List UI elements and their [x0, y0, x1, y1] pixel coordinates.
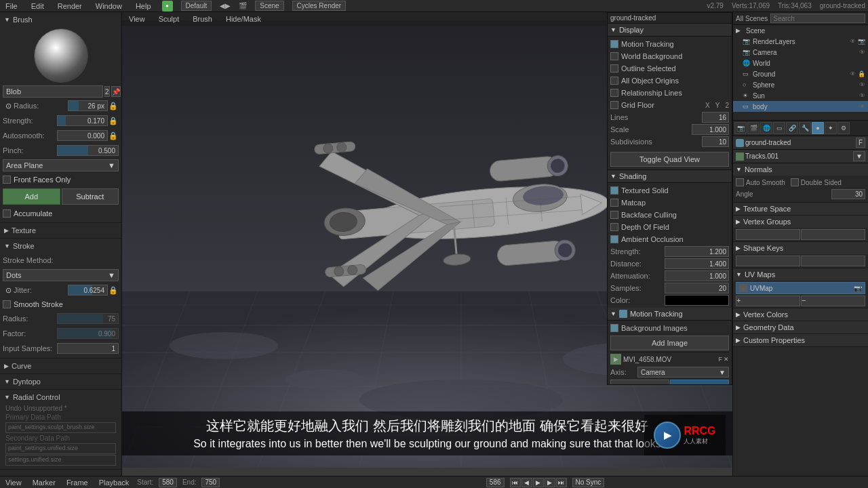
workspace-selector[interactable]: Default: [181, 1, 212, 11]
props-object-icon[interactable]: ▭: [773, 122, 785, 134]
outliner-item-world[interactable]: 🌐 World: [733, 58, 868, 68]
secondary-path-input[interactable]: paint_settings.unified.size: [5, 443, 116, 454]
tertiary-path-input[interactable]: settings.unified.size: [5, 455, 116, 466]
texture-space-header[interactable]: ▶ Texture Space: [733, 203, 868, 215]
outliner-item-renderlayers[interactable]: 📷 RenderLayers 👁 📷: [733, 36, 868, 47]
strength-lock-icon[interactable]: 🔒: [108, 115, 119, 126]
outliner-item-body[interactable]: ▭ body 👁: [733, 101, 868, 112]
dyntopo-section-header[interactable]: ▼ Dyntopo: [3, 375, 119, 388]
viewport-tab-hidemask[interactable]: Hide/Mask: [222, 15, 265, 23]
props-material-icon[interactable]: ●: [812, 122, 824, 134]
movie-close-btn[interactable]: ✕: [724, 356, 729, 363]
menu-window[interactable]: Window: [93, 2, 125, 10]
backface-checkbox[interactable]: [610, 211, 618, 219]
vertex-colors-header[interactable]: ▶ Vertex Colors: [733, 308, 868, 321]
uvmap-item[interactable]: UVMap 📷: [736, 282, 865, 294]
brush-section-header[interactable]: ▼ Brush: [3, 14, 119, 26]
stroke-dots-dropdown[interactable]: Dots ▼: [3, 269, 119, 281]
node-browse-btn[interactable]: ▼: [853, 151, 865, 161]
texture-section-header[interactable]: ▶ Texture: [3, 224, 119, 237]
all-origins-checkbox[interactable]: [610, 77, 618, 85]
double-sided-checkbox[interactable]: [791, 178, 799, 186]
bottom-tab-view[interactable]: View: [3, 479, 24, 487]
outliner-item-sun[interactable]: ☀ Sun 👁: [733, 90, 868, 101]
matcap-checkbox[interactable]: [610, 199, 618, 207]
start-value[interactable]: 580: [159, 478, 177, 487]
toggle-quad-btn[interactable]: Toggle Quad View: [610, 152, 729, 167]
brush-pin-btn[interactable]: 📌: [111, 86, 121, 97]
movie-play-btn[interactable]: F: [719, 356, 723, 363]
current-frame[interactable]: 586: [486, 478, 505, 487]
movie-clip-btn[interactable]: Movie Clip: [670, 380, 729, 385]
outline-selected-checkbox[interactable]: [610, 64, 618, 73]
props-modifier-icon[interactable]: 🔧: [799, 122, 811, 134]
viewport-tab-sculpt[interactable]: Sculpt: [155, 15, 184, 23]
props-world-icon[interactable]: 🌐: [760, 122, 772, 134]
radius-slider[interactable]: 26 px: [68, 100, 108, 111]
menu-file[interactable]: File: [3, 2, 20, 10]
stroke-section-header[interactable]: ▼ Stroke: [3, 240, 119, 252]
scene-selector[interactable]: Scene: [255, 1, 283, 11]
motion-tracking-header[interactable]: ▼ Motion Tracking: [608, 308, 732, 321]
sk-remove-btn[interactable]: [801, 256, 865, 266]
outliner-item-scene[interactable]: ▶ Scene: [733, 25, 868, 36]
brush-num-btn[interactable]: 2: [104, 86, 110, 97]
area-plane-dropdown[interactable]: Area Plane ▼: [3, 159, 119, 171]
subtract-button[interactable]: Subtract: [62, 188, 119, 205]
uv-add-btn[interactable]: +: [736, 296, 800, 306]
menu-edit[interactable]: Edit: [28, 2, 47, 10]
autosmooth-lock-icon[interactable]: 🔒: [108, 130, 119, 141]
dof-checkbox[interactable]: [610, 223, 618, 231]
grid-floor-checkbox[interactable]: [610, 101, 618, 109]
only-render-checkbox[interactable]: [610, 40, 618, 48]
lines-value[interactable]: 16: [702, 112, 729, 123]
shading-header[interactable]: ▼ Shading: [608, 170, 732, 183]
menu-render[interactable]: Render: [55, 2, 85, 10]
input-samples-slider[interactable]: 1: [57, 343, 119, 354]
ao-color-swatch[interactable]: [665, 295, 729, 306]
shape-keys-header[interactable]: ▶ Shape Keys: [733, 242, 868, 254]
sk-add-btn[interactable]: [736, 256, 800, 266]
material-browse-btn[interactable]: F: [856, 138, 865, 148]
jitter-icon[interactable]: ⊙: [3, 285, 14, 296]
normals-header[interactable]: ▼ Normals: [733, 163, 868, 176]
curve-section-header[interactable]: ▶ Curve: [3, 360, 119, 372]
props-render-icon[interactable]: 📷: [734, 122, 747, 134]
play-forward-btn[interactable]: ▶: [545, 478, 555, 487]
play-btn[interactable]: ▶: [533, 478, 544, 487]
ao-checkbox[interactable]: [610, 235, 618, 243]
props-constraints-icon[interactable]: 🔗: [786, 122, 798, 134]
textured-solid-checkbox[interactable]: [610, 186, 618, 195]
custom-properties-header[interactable]: ▶ Custom Properties: [733, 334, 868, 346]
ao-distance-value[interactable]: 1.400: [665, 258, 729, 269]
engine-selector[interactable]: Cycles Render: [292, 1, 347, 11]
radius-lock-icon[interactable]: 🔒: [108, 100, 119, 111]
uv-maps-header[interactable]: ▼ UV Maps: [733, 268, 868, 281]
jitter-lock-icon[interactable]: 🔒: [108, 285, 119, 296]
jitter-slider[interactable]: 0.6254: [68, 285, 108, 296]
smooth-stroke-checkbox[interactable]: [3, 300, 11, 308]
bottom-tab-marker[interactable]: Marker: [30, 479, 58, 487]
play-back-btn[interactable]: ◀: [521, 478, 532, 487]
outliner-item-camera[interactable]: 📷 Camera 👁: [733, 47, 868, 58]
axis-dropdown[interactable]: Camera ▼: [637, 367, 729, 378]
image-btn[interactable]: Image: [610, 380, 669, 385]
props-scene-icon[interactable]: 🎬: [747, 122, 760, 134]
angle-value[interactable]: 30: [831, 189, 865, 199]
outliner-item-sphere[interactable]: ○ Sphere 👁: [733, 79, 868, 90]
add-button[interactable]: Add: [3, 188, 60, 205]
outliner-item-ground[interactable]: ▭ Ground 👁 🔒: [733, 68, 868, 79]
subdivisions-value[interactable]: 10: [702, 136, 729, 147]
geometry-data-header[interactable]: ▶ Geometry Data: [733, 321, 868, 333]
workspace-arrows[interactable]: ◀▶: [220, 2, 231, 9]
goto-end-btn[interactable]: ⏭: [556, 478, 567, 487]
ao-attenuation-value[interactable]: 1.000: [665, 270, 729, 281]
radius-icon[interactable]: ⊙: [3, 100, 14, 111]
scale-value[interactable]: 1.000: [692, 124, 729, 135]
goto-start-btn[interactable]: ⏮: [510, 478, 521, 487]
world-bg-checkbox[interactable]: [610, 52, 618, 60]
viewport-tab-brush[interactable]: Brush: [189, 15, 216, 23]
add-image-btn[interactable]: Add Image: [610, 336, 729, 350]
bg-images-checkbox[interactable]: [610, 324, 618, 332]
ao-strength-value[interactable]: 1.200: [665, 246, 729, 257]
